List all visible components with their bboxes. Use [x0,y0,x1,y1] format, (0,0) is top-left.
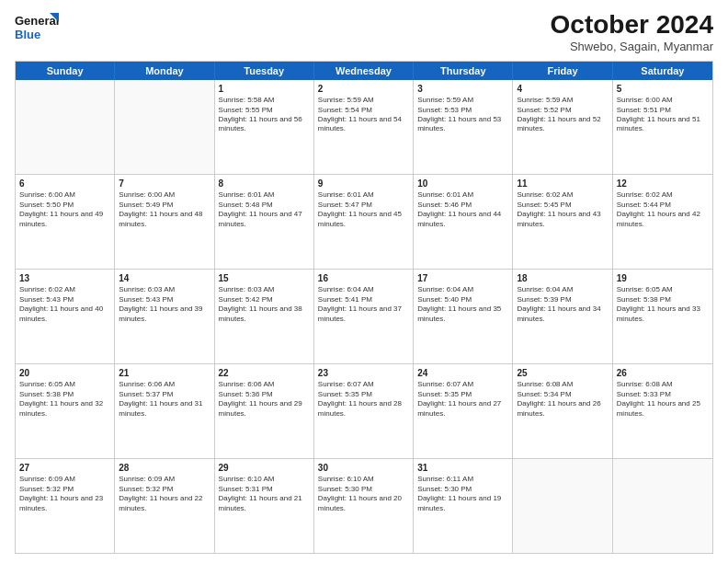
day-number: 29 [219,462,310,475]
cell-sun-info: Sunrise: 6:10 AM Sunset: 5:30 PM Dayligh… [318,475,409,513]
cal-cell-12: 12Sunrise: 6:02 AM Sunset: 5:44 PM Dayli… [613,175,712,269]
cell-sun-info: Sunrise: 6:01 AM Sunset: 5:47 PM Dayligh… [318,190,409,229]
calendar-row-2: 6Sunrise: 6:00 AM Sunset: 5:50 PM Daylig… [16,174,712,269]
day-number: 17 [417,272,508,285]
weekday-header-tuesday: Tuesday [215,62,314,80]
cal-cell-29: 29Sunrise: 6:10 AM Sunset: 5:31 PM Dayli… [215,459,314,553]
cell-sun-info: Sunrise: 6:05 AM Sunset: 5:38 PM Dayligh… [617,285,709,324]
day-number: 1 [219,83,310,96]
day-number: 21 [119,367,210,380]
cal-cell-13: 13Sunrise: 6:02 AM Sunset: 5:43 PM Dayli… [16,270,115,363]
cell-sun-info: Sunrise: 6:01 AM Sunset: 5:48 PM Dayligh… [219,190,310,229]
cal-cell-7: 7Sunrise: 6:00 AM Sunset: 5:49 PM Daylig… [115,175,214,269]
cal-cell-empty-4-6 [613,459,712,553]
cal-cell-empty-0-1 [115,80,214,174]
cal-cell-28: 28Sunrise: 6:09 AM Sunset: 5:32 PM Dayli… [115,459,214,553]
logo-svg: GeneralBlue [15,11,59,44]
day-number: 16 [318,272,409,285]
cal-cell-8: 8Sunrise: 6:01 AM Sunset: 5:48 PM Daylig… [215,175,314,269]
cal-cell-31: 31Sunrise: 6:11 AM Sunset: 5:30 PM Dayli… [414,459,513,553]
cell-sun-info: Sunrise: 6:09 AM Sunset: 5:32 PM Dayligh… [19,475,110,513]
cell-sun-info: Sunrise: 6:10 AM Sunset: 5:31 PM Dayligh… [219,475,310,513]
day-number: 11 [517,178,608,190]
cal-cell-5: 5Sunrise: 6:00 AM Sunset: 5:51 PM Daylig… [613,80,712,174]
day-number: 30 [318,462,409,475]
calendar-row-1: 1Sunrise: 5:58 AM Sunset: 5:55 PM Daylig… [16,80,712,174]
day-number: 25 [517,367,608,380]
calendar-row-4: 20Sunrise: 6:05 AM Sunset: 5:38 PM Dayli… [16,363,712,458]
day-number: 12 [617,178,709,190]
cal-cell-18: 18Sunrise: 6:04 AM Sunset: 5:39 PM Dayli… [513,270,612,363]
cal-cell-24: 24Sunrise: 6:07 AM Sunset: 5:35 PM Dayli… [414,364,513,458]
day-number: 27 [19,462,110,475]
cal-cell-2: 2Sunrise: 5:59 AM Sunset: 5:54 PM Daylig… [314,80,414,174]
day-number: 15 [219,272,310,285]
day-number: 3 [417,83,508,96]
day-number: 4 [517,83,608,96]
cell-sun-info: Sunrise: 6:02 AM Sunset: 5:44 PM Dayligh… [617,190,709,229]
weekday-header-saturday: Saturday [613,62,712,80]
cell-sun-info: Sunrise: 6:06 AM Sunset: 5:37 PM Dayligh… [119,380,210,419]
day-number: 24 [417,367,508,380]
cal-cell-14: 14Sunrise: 6:03 AM Sunset: 5:43 PM Dayli… [115,270,214,363]
cal-cell-26: 26Sunrise: 6:08 AM Sunset: 5:33 PM Dayli… [613,364,712,458]
cell-sun-info: Sunrise: 6:04 AM Sunset: 5:41 PM Dayligh… [318,285,409,324]
cell-sun-info: Sunrise: 6:08 AM Sunset: 5:34 PM Dayligh… [517,380,608,419]
weekday-header-monday: Monday [115,62,214,80]
cell-sun-info: Sunrise: 6:06 AM Sunset: 5:36 PM Dayligh… [219,380,310,419]
day-number: 19 [617,272,709,285]
cell-sun-info: Sunrise: 6:03 AM Sunset: 5:43 PM Dayligh… [119,285,210,324]
calendar: SundayMondayTuesdayWednesdayThursdayFrid… [15,61,713,554]
day-number: 23 [318,367,409,380]
logo: GeneralBlue [15,11,59,44]
cal-cell-20: 20Sunrise: 6:05 AM Sunset: 5:38 PM Dayli… [16,364,115,458]
cell-sun-info: Sunrise: 6:00 AM Sunset: 5:50 PM Dayligh… [19,190,110,229]
cell-sun-info: Sunrise: 6:03 AM Sunset: 5:42 PM Dayligh… [219,285,310,324]
weekday-header-thursday: Thursday [414,62,513,80]
cal-cell-3: 3Sunrise: 5:59 AM Sunset: 5:53 PM Daylig… [414,80,513,174]
day-number: 5 [617,83,709,96]
cell-sun-info: Sunrise: 6:01 AM Sunset: 5:46 PM Dayligh… [417,190,508,229]
cal-cell-15: 15Sunrise: 6:03 AM Sunset: 5:42 PM Dayli… [215,270,314,363]
cell-sun-info: Sunrise: 5:58 AM Sunset: 5:55 PM Dayligh… [219,96,310,134]
cal-cell-9: 9Sunrise: 6:01 AM Sunset: 5:47 PM Daylig… [314,175,414,269]
day-number: 2 [318,83,409,96]
cal-cell-empty-4-5 [513,459,612,553]
cal-cell-17: 17Sunrise: 6:04 AM Sunset: 5:40 PM Dayli… [414,270,513,363]
cell-sun-info: Sunrise: 6:08 AM Sunset: 5:33 PM Dayligh… [617,380,709,419]
cal-cell-4: 4Sunrise: 5:59 AM Sunset: 5:52 PM Daylig… [513,80,612,174]
cal-cell-6: 6Sunrise: 6:00 AM Sunset: 5:50 PM Daylig… [16,175,115,269]
calendar-body: 1Sunrise: 5:58 AM Sunset: 5:55 PM Daylig… [16,80,712,553]
cell-sun-info: Sunrise: 6:05 AM Sunset: 5:38 PM Dayligh… [19,380,110,419]
cal-cell-21: 21Sunrise: 6:06 AM Sunset: 5:37 PM Dayli… [115,364,214,458]
day-number: 9 [318,178,409,190]
day-number: 13 [19,272,110,285]
weekday-header-sunday: Sunday [16,62,115,80]
cell-sun-info: Sunrise: 6:02 AM Sunset: 5:45 PM Dayligh… [517,190,608,229]
cell-sun-info: Sunrise: 6:09 AM Sunset: 5:32 PM Dayligh… [119,475,210,513]
day-number: 31 [417,462,508,475]
cell-sun-info: Sunrise: 5:59 AM Sunset: 5:54 PM Dayligh… [318,96,409,134]
day-number: 28 [119,462,210,475]
cal-cell-16: 16Sunrise: 6:04 AM Sunset: 5:41 PM Dayli… [314,270,414,363]
day-number: 6 [19,178,110,190]
cal-cell-11: 11Sunrise: 6:02 AM Sunset: 5:45 PM Dayli… [513,175,612,269]
subtitle: Shwebo, Sagain, Myanmar [551,40,713,53]
cal-cell-22: 22Sunrise: 6:06 AM Sunset: 5:36 PM Dayli… [215,364,314,458]
cell-sun-info: Sunrise: 6:07 AM Sunset: 5:35 PM Dayligh… [318,380,409,419]
day-number: 10 [417,178,508,190]
cell-sun-info: Sunrise: 6:00 AM Sunset: 5:51 PM Dayligh… [617,96,709,134]
cell-sun-info: Sunrise: 6:04 AM Sunset: 5:40 PM Dayligh… [417,285,508,324]
day-number: 18 [517,272,608,285]
cell-sun-info: Sunrise: 6:00 AM Sunset: 5:49 PM Dayligh… [119,190,210,229]
day-number: 26 [617,367,709,380]
calendar-row-3: 13Sunrise: 6:02 AM Sunset: 5:43 PM Dayli… [16,269,712,363]
cal-cell-30: 30Sunrise: 6:10 AM Sunset: 5:30 PM Dayli… [314,459,414,553]
cal-cell-25: 25Sunrise: 6:08 AM Sunset: 5:34 PM Dayli… [513,364,612,458]
month-title: October 2024 [551,11,713,40]
cal-cell-19: 19Sunrise: 6:05 AM Sunset: 5:38 PM Dayli… [613,270,712,363]
cell-sun-info: Sunrise: 6:07 AM Sunset: 5:35 PM Dayligh… [417,380,508,419]
cal-cell-10: 10Sunrise: 6:01 AM Sunset: 5:46 PM Dayli… [414,175,513,269]
weekday-header-wednesday: Wednesday [314,62,414,80]
cell-sun-info: Sunrise: 5:59 AM Sunset: 5:53 PM Dayligh… [417,96,508,134]
